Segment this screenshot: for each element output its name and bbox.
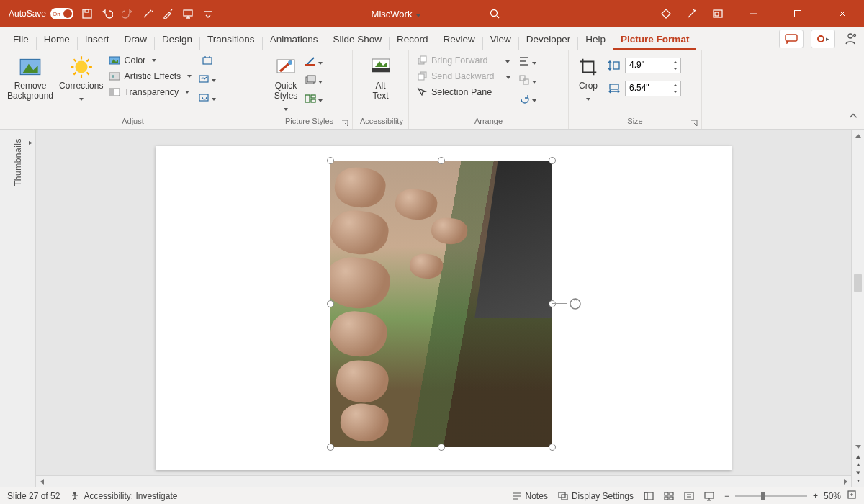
corrections-button[interactable]: Corrections	[59, 55, 103, 104]
minimize-button[interactable]	[737, 0, 769, 27]
tab-record[interactable]: Record	[390, 30, 436, 50]
align-button[interactable]	[518, 55, 538, 68]
picture-layout-button[interactable]	[304, 92, 324, 105]
accessibility-status[interactable]: Accessibility: Investigate	[70, 491, 177, 501]
undo-icon[interactable]	[101, 7, 114, 20]
redo-icon[interactable]	[121, 7, 134, 20]
resize-handle[interactable]	[549, 444, 556, 451]
tab-review[interactable]: Review	[436, 30, 482, 50]
resize-handle[interactable]	[327, 444, 334, 451]
compress-pictures-button[interactable]	[201, 55, 214, 66]
tab-draw[interactable]: Draw	[117, 30, 155, 50]
sparkle-icon[interactable]	[685, 7, 698, 20]
document-name[interactable]: MiscWork	[372, 9, 423, 19]
svg-rect-45	[644, 492, 653, 500]
tab-animations[interactable]: Animations	[263, 30, 325, 50]
tab-file[interactable]: File	[6, 30, 36, 50]
resize-handle[interactable]	[549, 300, 556, 307]
expand-thumbnails-icon[interactable]: ▸	[29, 138, 32, 146]
rotate-handle[interactable]	[568, 297, 582, 311]
horizontal-scrollbar[interactable]	[36, 475, 851, 487]
spinner-up[interactable]	[671, 59, 680, 66]
tab-design[interactable]: Design	[155, 30, 199, 50]
selected-picture[interactable]	[330, 161, 552, 447]
resize-handle[interactable]	[549, 157, 556, 164]
eyedropper-icon[interactable]	[161, 7, 174, 20]
transparency-button[interactable]: Transparency	[109, 86, 192, 98]
view-slideshow-icon[interactable]	[704, 491, 714, 501]
resize-handle[interactable]	[438, 157, 445, 164]
zoom-percent[interactable]: 50%	[824, 491, 841, 501]
dialog-launcher-icon[interactable]	[690, 117, 698, 126]
width-input[interactable]: 6.54"	[625, 81, 681, 96]
thumbnails-pane[interactable]: ▸ Thumbnails	[0, 130, 36, 487]
scroll-right-icon[interactable]	[840, 476, 851, 487]
display-settings-button[interactable]: Display Settings	[558, 491, 634, 501]
close-button[interactable]	[827, 0, 858, 27]
tab-transitions[interactable]: Transitions	[200, 30, 262, 50]
zoom-slider[interactable]	[735, 495, 807, 497]
search-icon[interactable]	[487, 6, 503, 22]
zoom-out-button[interactable]: −	[724, 491, 729, 501]
autosave-toggle[interactable]: AutoSave On	[9, 8, 73, 19]
resize-handle[interactable]	[438, 444, 445, 451]
fit-to-window-icon[interactable]	[847, 490, 857, 502]
next-slide-icon[interactable]: ▾	[856, 469, 860, 477]
slide-canvas-area[interactable]	[36, 130, 851, 487]
dialog-launcher-icon[interactable]	[341, 117, 349, 126]
selection-pane-button[interactable]: Selection Pane	[416, 86, 512, 98]
tab-picture-format[interactable]: Picture Format	[613, 30, 696, 50]
qat-overflow-icon[interactable]	[202, 7, 215, 20]
tab-slideshow[interactable]: Slide Show	[325, 30, 389, 50]
spinner-down[interactable]	[671, 89, 680, 95]
scrollbar-thumb[interactable]	[854, 274, 862, 292]
zoom-in-button[interactable]: +	[813, 491, 818, 501]
crop-button[interactable]: Crop	[576, 55, 600, 104]
tab-insert[interactable]: Insert	[78, 30, 117, 50]
slide-counter[interactable]: Slide 27 of 52	[7, 491, 60, 501]
share-icon[interactable]	[842, 31, 858, 47]
quick-styles-button[interactable]: Quick Styles	[274, 55, 298, 113]
change-picture-button[interactable]	[197, 72, 217, 85]
tab-developer[interactable]: Developer	[519, 30, 578, 50]
autosave-switch[interactable]: On	[50, 8, 73, 19]
maximize-button[interactable]	[782, 0, 814, 27]
window-mode-icon[interactable]	[711, 7, 724, 20]
resize-handle[interactable]	[327, 300, 334, 307]
resize-handle[interactable]	[327, 157, 334, 164]
view-reading-icon[interactable]	[684, 491, 694, 501]
scroll-up-icon[interactable]	[852, 130, 864, 141]
collapse-ribbon-icon[interactable]	[848, 112, 858, 125]
remove-background-button[interactable]: Remove Background	[7, 55, 53, 102]
scroll-down-icon[interactable]	[852, 441, 864, 452]
prev-slide-icon[interactable]: ▴	[856, 452, 860, 460]
view-sorter-icon[interactable]	[664, 491, 674, 501]
spinner-up[interactable]	[671, 82, 680, 89]
picture-border-button[interactable]	[304, 55, 324, 68]
zoom-slider-thumb[interactable]	[761, 492, 765, 500]
wand-icon[interactable]	[141, 7, 154, 20]
group-picture-styles: Quick Styles Picture Styles	[266, 50, 353, 129]
picture-effects-button[interactable]	[304, 73, 324, 86]
reset-picture-button[interactable]	[197, 91, 217, 104]
rotate-button[interactable]	[518, 92, 538, 105]
slide[interactable]	[156, 146, 732, 470]
comments-button[interactable]	[779, 30, 804, 48]
tab-help[interactable]: Help	[578, 30, 613, 50]
color-button[interactable]: Color	[109, 55, 192, 66]
vertical-scrollbar[interactable]: ▴ ▴ ▾ ▾	[851, 130, 864, 487]
alt-text-button[interactable]: Alt Text	[369, 55, 393, 102]
height-input[interactable]: 4.9"	[625, 58, 681, 73]
diamond-icon[interactable]	[660, 7, 672, 20]
border-icon	[304, 55, 317, 67]
save-icon[interactable]	[81, 7, 94, 20]
spinner-down[interactable]	[671, 66, 680, 72]
artistic-effects-button[interactable]: Artistic Effects	[109, 71, 192, 82]
scroll-left-icon[interactable]	[36, 476, 48, 487]
tab-home[interactable]: Home	[37, 30, 77, 50]
present-icon[interactable]	[181, 7, 194, 20]
record-button[interactable]: ▸	[811, 30, 835, 48]
tab-view[interactable]: View	[483, 30, 518, 50]
view-normal-icon[interactable]	[644, 491, 654, 501]
notes-button[interactable]: Notes	[512, 491, 548, 501]
